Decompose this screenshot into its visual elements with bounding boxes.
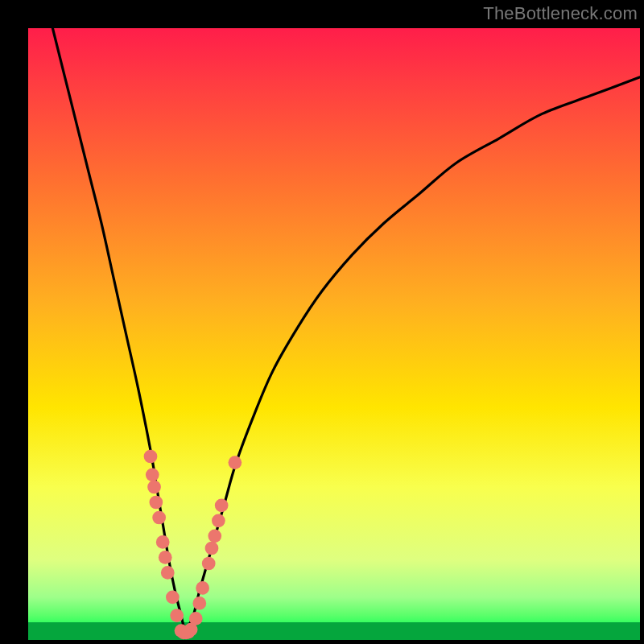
- bottleneck-curve: [52, 28, 640, 630]
- data-dot: [202, 557, 216, 571]
- data-dot: [212, 514, 225, 527]
- data-dot: [144, 450, 158, 464]
- data-dot: [189, 612, 203, 625]
- data-dot: [215, 498, 229, 512]
- data-dot: [156, 535, 170, 549]
- data-dot: [149, 496, 163, 510]
- data-dot: [152, 511, 166, 525]
- data-dot: [196, 581, 209, 595]
- chart-svg: [28, 28, 640, 640]
- chart-frame: TheBottleneck.com: [0, 0, 644, 644]
- data-dot: [229, 456, 242, 469]
- data-dot: [192, 597, 206, 610]
- data-dot: [161, 566, 175, 580]
- data-dot: [166, 590, 180, 604]
- data-dot: [147, 481, 161, 494]
- data-dot: [159, 551, 172, 564]
- data-dots: [144, 450, 242, 640]
- data-dot: [146, 468, 159, 481]
- data-dot: [205, 542, 219, 555]
- plot-area: [28, 28, 640, 640]
- data-dot: [208, 529, 221, 543]
- watermark-text: TheBottleneck.com: [483, 3, 638, 24]
- data-dot: [170, 609, 184, 622]
